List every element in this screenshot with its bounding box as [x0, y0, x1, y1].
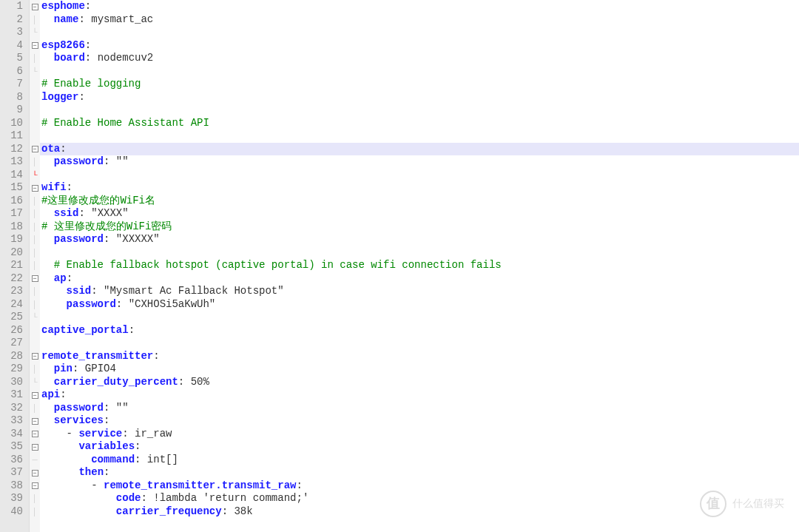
fold-marker[interactable]: −: [30, 428, 40, 441]
code-line[interactable]: ota:: [40, 143, 799, 156]
code-line[interactable]: password: "": [40, 402, 799, 415]
fold-toggle-icon[interactable]: −: [32, 444, 38, 451]
line-number: 33: [0, 414, 23, 428]
code-line[interactable]: ssid: "Mysmart Ac Fallback Hotspot": [40, 285, 799, 298]
line-number: 18: [0, 220, 23, 234]
fold-marker: │: [30, 285, 40, 298]
code-line[interactable]: [40, 129, 799, 143]
code-line[interactable]: password: "": [40, 155, 799, 169]
code-line[interactable]: api:: [40, 388, 799, 402]
code-line[interactable]: wifi:: [40, 181, 799, 195]
line-number: 31: [0, 388, 23, 402]
code-line[interactable]: pin: GPIO4: [40, 363, 799, 376]
code-line[interactable]: board: nodemcuv2: [40, 52, 799, 65]
code-line[interactable]: [40, 26, 799, 39]
fold-marker[interactable]: −: [30, 440, 40, 454]
line-number: 14: [0, 169, 23, 182]
code-line[interactable]: # Enable logging: [40, 78, 799, 91]
line-number: 27: [0, 337, 23, 350]
fold-marker[interactable]: −: [30, 414, 40, 428]
fold-marker: │: [30, 363, 40, 376]
fold-toggle-icon[interactable]: −: [32, 275, 38, 282]
line-number: 17: [0, 207, 23, 220]
fold-marker: │: [30, 402, 40, 415]
code-line[interactable]: [40, 311, 799, 324]
code-line[interactable]: code: !lambda 'return command;': [40, 492, 799, 505]
fold-marker: └: [30, 26, 40, 39]
code-editor: 1234567891011121314151617181920212223242…: [0, 0, 799, 532]
code-line[interactable]: [40, 337, 799, 350]
line-number: 16: [0, 195, 23, 208]
fold-toggle-icon[interactable]: −: [32, 4, 38, 10]
code-line[interactable]: carrier_frequency: 38k: [40, 505, 799, 519]
fold-marker: │: [30, 195, 40, 208]
code-line[interactable]: [40, 169, 799, 182]
code-line[interactable]: #这里修改成您的WiFi名: [40, 195, 799, 208]
code-line[interactable]: logger:: [40, 91, 799, 104]
fold-marker[interactable]: −: [30, 181, 40, 195]
fold-toggle-icon[interactable]: −: [32, 482, 38, 489]
fold-marker: │: [30, 298, 40, 312]
code-line[interactable]: remote_transmitter:: [40, 350, 799, 363]
line-number: 2: [0, 13, 23, 27]
line-number: 1: [0, 0, 23, 13]
line-number: 36: [0, 454, 23, 467]
line-number: 21: [0, 259, 23, 272]
fold-marker[interactable]: −: [30, 350, 40, 363]
fold-toggle-icon[interactable]: −: [32, 392, 38, 399]
line-number: 23: [0, 285, 23, 298]
code-line[interactable]: esp8266:: [40, 39, 799, 53]
line-number: 4: [0, 39, 23, 53]
code-line[interactable]: command: int[]: [40, 454, 799, 467]
line-number: 13: [0, 155, 23, 169]
fold-toggle-icon[interactable]: −: [32, 431, 38, 437]
code-line[interactable]: # Enable fallback hotspot (captive porta…: [40, 259, 799, 272]
fold-toggle-icon[interactable]: −: [32, 42, 38, 49]
code-area[interactable]: esphome: name: mysmart_acesp8266: board:…: [40, 0, 799, 532]
code-line[interactable]: [40, 246, 799, 260]
fold-marker: │: [30, 207, 40, 220]
code-line[interactable]: then:: [40, 466, 799, 479]
code-line[interactable]: [40, 65, 799, 78]
fold-marker[interactable]: −: [30, 39, 40, 53]
code-line[interactable]: variables:: [40, 440, 799, 454]
fold-toggle-icon[interactable]: −: [32, 418, 38, 425]
fold-marker[interactable]: −: [30, 0, 40, 13]
line-number: 29: [0, 363, 23, 376]
line-number: 34: [0, 428, 23, 441]
code-line[interactable]: esphome:: [40, 0, 799, 13]
fold-marker[interactable]: −: [30, 466, 40, 479]
fold-marker: │: [30, 155, 40, 169]
code-line[interactable]: ap:: [40, 272, 799, 286]
code-line[interactable]: password: "XXXXX": [40, 233, 799, 246]
code-line[interactable]: name: mysmart_ac: [40, 13, 799, 27]
fold-marker: └: [30, 65, 40, 78]
fold-marker[interactable]: −: [30, 479, 40, 493]
fold-marker[interactable]: −: [30, 272, 40, 286]
line-number: 19: [0, 233, 23, 246]
code-line[interactable]: [40, 104, 799, 117]
code-line[interactable]: ssid: "XXXX": [40, 207, 799, 220]
code-line[interactable]: - service: ir_raw: [40, 428, 799, 441]
code-line[interactable]: password: "CXHOSi5aKwUh": [40, 298, 799, 312]
code-line[interactable]: captive_portal:: [40, 324, 799, 337]
fold-toggle-icon[interactable]: −: [32, 353, 38, 360]
fold-marker: [30, 104, 40, 117]
fold-marker[interactable]: −: [30, 143, 40, 156]
line-number: 30: [0, 376, 23, 389]
fold-toggle-icon[interactable]: −: [32, 470, 38, 477]
code-line[interactable]: carrier_duty_percent: 50%: [40, 376, 799, 389]
fold-toggle-icon[interactable]: −: [32, 185, 38, 192]
code-line[interactable]: # 这里修改成您的WiFi密码: [40, 220, 799, 234]
line-number: 37: [0, 466, 23, 479]
code-line[interactable]: services:: [40, 414, 799, 428]
code-line[interactable]: # Enable Home Assistant API: [40, 117, 799, 130]
fold-marker: [30, 91, 40, 104]
line-number: 38: [0, 479, 23, 493]
fold-toggle-icon[interactable]: −: [32, 146, 38, 152]
fold-marker: │: [30, 52, 40, 65]
fold-gutter: −│└−│└−│└−││││││−││└−│└−│−−−─−−││: [30, 0, 40, 532]
fold-marker[interactable]: −: [30, 388, 40, 402]
fold-marker: [30, 129, 40, 143]
code-line[interactable]: - remote_transmitter.transmit_raw:: [40, 479, 799, 493]
